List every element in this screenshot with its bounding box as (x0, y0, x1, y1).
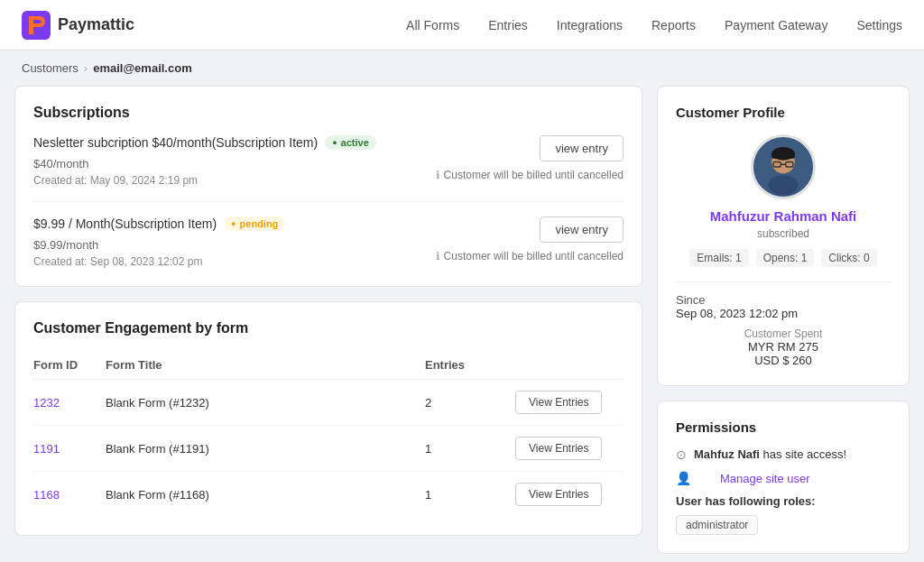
permissions-access-text: Mahfuz Nafi has site access! (694, 447, 846, 461)
subscription-item-2: $9.99 / Month(Subscription Item) pending… (33, 217, 624, 268)
view-entries-btn-3[interactable]: View Entries (515, 483, 602, 506)
sub-name-2: $9.99 / Month(Subscription Item) (33, 217, 217, 231)
permissions-title: Permissions (676, 419, 891, 435)
sub-status-1: active (325, 135, 376, 150)
breadcrumb-current: email@email.com (93, 61, 192, 75)
breadcrumb-parent[interactable]: Customers (22, 61, 79, 75)
svg-point-2 (769, 175, 799, 195)
action-3: View Entries (515, 483, 624, 506)
col-header-formtitle: Form Title (106, 358, 425, 372)
sub-header-2: $9.99 / Month(Subscription Item) pending (33, 217, 436, 231)
nav-integrations[interactable]: Integrations (557, 18, 623, 32)
col-header-action (515, 358, 624, 372)
manage-site-user-link[interactable]: Manage site user (720, 472, 810, 485)
sub-header-1: Nesletter subcription $40/month(Subscrip… (33, 135, 436, 150)
sub-right-1: view entry Customer will be billed until… (436, 135, 624, 181)
profile-stats: Emails: 1 Opens: 1 Clicks: 0 (676, 249, 891, 267)
check-circle-icon: ⊙ (676, 447, 687, 462)
form-title-3: Blank Form (#1168) (106, 487, 425, 502)
main-nav: All Forms Entries Integrations Reports P… (406, 18, 902, 32)
form-id-2: 1191 (33, 441, 106, 456)
view-entry-btn-1[interactable]: view entry (540, 135, 624, 161)
nav-all-forms[interactable]: All Forms (406, 18, 459, 32)
profile-name: Mahfuzur Rahman Nafi (676, 208, 891, 224)
table-row: 1191 Blank Form (#1191) 1 View Entries (33, 426, 624, 472)
svg-rect-5 (772, 153, 795, 159)
engagement-title: Customer Engagement by form (33, 320, 624, 336)
sub-amount-1: $40/month (33, 153, 436, 172)
action-2: View Entries (515, 437, 624, 460)
entries-1: 2 (425, 395, 515, 410)
app-name: Paymattic (58, 15, 134, 34)
subscriptions-title: Subscriptions (33, 105, 624, 121)
col-header-formid: Form ID (33, 358, 106, 372)
spent-usd: USD $ 260 (676, 354, 891, 367)
form-id-1: 1232 (33, 395, 106, 410)
nav-settings[interactable]: Settings (856, 18, 902, 32)
engagement-table-header: Form ID Form Title Entries (33, 351, 624, 380)
manage-site-user-wrapper: 👤 Manage site user (676, 471, 891, 494)
billed-note-1: Customer will be billed until cancelled (436, 169, 624, 181)
breadcrumb: Customers › email@email.com (0, 51, 924, 86)
logo: Paymattic (22, 11, 134, 40)
right-column: Customer Profile Ma (657, 86, 910, 554)
sub-right-2: view entry Customer will be billed until… (436, 217, 624, 263)
main-layout: Subscriptions Nesletter subcription $40/… (0, 86, 924, 562)
form-id-link-1[interactable]: 1232 (33, 396, 60, 410)
table-row: 1168 Blank Form (#1168) 1 View Entries (33, 472, 624, 517)
sub-row-2: $9.99 / Month(Subscription Item) pending… (33, 217, 624, 268)
permissions-card: Permissions ⊙ Mahfuz Nafi has site acces… (657, 401, 910, 554)
entries-3: 1 (425, 487, 515, 502)
role-badge: administrator (676, 515, 758, 535)
stat-opens: Opens: 1 (756, 249, 815, 267)
spent-myr: MYR RM 275 (676, 340, 891, 354)
form-id-link-3[interactable]: 1168 (33, 488, 60, 502)
since-date: Sep 08, 2023 12:02 pm (676, 307, 891, 320)
permissions-access-row: ⊙ Mahfuz Nafi has site access! (676, 447, 891, 462)
table-row: 1232 Blank Form (#1232) 2 View Entries (33, 380, 624, 426)
sub-name-1: Nesletter subcription $40/month(Subscrip… (33, 135, 318, 150)
header: Paymattic All Forms Entries Integrations… (0, 0, 924, 51)
left-column: Subscriptions Nesletter subcription $40/… (14, 86, 642, 554)
form-title-1: Blank Form (#1232) (106, 395, 425, 410)
avatar (751, 134, 816, 199)
roles-label: User has following roles: (676, 494, 891, 508)
stat-emails: Emails: 1 (689, 249, 748, 267)
entries-2: 1 (425, 441, 515, 456)
billed-note-2: Customer will be billed until cancelled (436, 250, 624, 263)
view-entry-btn-2[interactable]: view entry (540, 217, 624, 243)
since-label: Since (676, 293, 891, 307)
profile-status: subscribed (676, 227, 891, 240)
breadcrumb-separator: › (84, 61, 88, 75)
sub-info-2: $9.99 / Month(Subscription Item) pending… (33, 217, 436, 268)
view-entries-btn-2[interactable]: View Entries (515, 437, 602, 460)
sub-created-1: Created at: May 09, 2024 2:19 pm (33, 174, 436, 187)
view-entries-btn-1[interactable]: View Entries (515, 391, 602, 414)
form-title-2: Blank Form (#1191) (106, 441, 425, 456)
subscription-item-1: Nesletter subcription $40/month(Subscrip… (33, 135, 624, 202)
user-icon: 👤 (676, 471, 691, 485)
col-header-entries: Entries (425, 358, 515, 372)
profile-since: Since Sep 08, 2023 12:02 pm (676, 293, 891, 320)
sub-created-2: Created at: Sep 08, 2023 12:02 pm (33, 255, 436, 268)
engagement-card: Customer Engagement by form Form ID Form… (14, 301, 642, 536)
form-id-link-2[interactable]: 1191 (33, 442, 60, 456)
nav-payment-gateway[interactable]: Payment Gateway (725, 18, 827, 32)
profile-section-title: Customer Profile (676, 105, 891, 120)
spent-label: Customer Spent (676, 327, 891, 340)
profile-card: Customer Profile Ma (657, 86, 910, 386)
logo-icon (22, 11, 51, 40)
form-id-3: 1168 (33, 487, 106, 502)
avatar-image (753, 134, 813, 199)
subscriptions-card: Subscriptions Nesletter subcription $40/… (14, 86, 642, 287)
stat-clicks: Clicks: 0 (821, 249, 876, 267)
sub-amount-2: $9.99/month (33, 235, 436, 253)
sub-info-1: Nesletter subcription $40/month(Subscrip… (33, 135, 436, 187)
nav-reports[interactable]: Reports (651, 18, 696, 32)
sub-row-1: Nesletter subcription $40/month(Subscrip… (33, 135, 624, 187)
action-1: View Entries (515, 391, 624, 414)
nav-entries[interactable]: Entries (488, 18, 528, 32)
sub-status-2: pending (224, 217, 285, 231)
profile-divider (676, 281, 891, 282)
